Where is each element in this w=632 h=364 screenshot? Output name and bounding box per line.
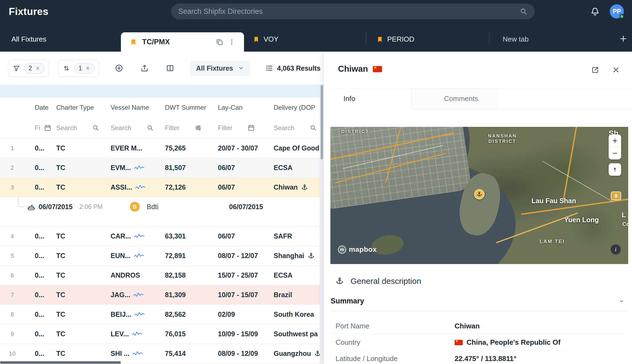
cell-charter-type: TC [53, 252, 107, 260]
add-tab-button[interactable]: + [620, 33, 627, 45]
sparkline-icon[interactable] [133, 351, 143, 356]
user-avatar[interactable]: PP [610, 4, 624, 18]
table-row[interactable]: 9 0... TC LEV... 76,015 10/09 - 15/09 So… [0, 324, 320, 344]
cell-delivery: Brazil [270, 291, 320, 299]
port-marker[interactable] [474, 189, 484, 199]
cell-charter-type: TC [53, 164, 107, 172]
cell-date: 0... [24, 183, 53, 191]
cell-charter-type: TC [53, 291, 107, 299]
global-search-input[interactable] [171, 4, 535, 19]
cell-lay-can: 15/07 - 25/07 [215, 271, 270, 279]
table-row[interactable]: 10 0... TC SHI ... 75,414 08/09 - 12/09 … [0, 344, 320, 363]
map-road [542, 161, 613, 202]
tab-tc-pmx[interactable]: TC/PMX [121, 32, 244, 52]
column-header-dwt-summer[interactable]: DWT Summer [162, 104, 215, 111]
search-input[interactable] [178, 7, 520, 16]
calendar-icon [44, 124, 51, 131]
tab-period[interactable]: PERIOD [376, 35, 414, 43]
sparkline-icon[interactable] [134, 233, 144, 239]
duplicate-tab-icon[interactable] [216, 38, 223, 46]
table-row[interactable]: 4 0... TC CAR... 63,301 06/07 SAFR [0, 227, 320, 246]
cell-charter-type: TC [53, 350, 107, 357]
tab-voy[interactable]: VOY [253, 35, 279, 43]
sparkline-icon[interactable] [132, 331, 142, 337]
filter-date[interactable]: Fi [24, 124, 53, 132]
columns-icon[interactable] [166, 64, 174, 73]
scope-dropdown[interactable]: All Fixtures [190, 61, 250, 76]
cell-lay-can: 06/07 [215, 164, 270, 172]
vertical-scrollbar[interactable] [320, 85, 324, 364]
table-row[interactable]: 8 0... TC BEIJ... 82,562 02/09 South Kor… [0, 305, 320, 324]
sparkline-icon[interactable] [134, 312, 145, 317]
add-fixture-icon[interactable] [115, 64, 123, 73]
close-icon[interactable] [612, 66, 620, 74]
calendar-icon [248, 124, 255, 131]
horizontal-scrollbar[interactable] [0, 361, 320, 364]
table-row-selected[interactable]: 3 0... TC ASSI... 72,126 06/07 Chiwan [0, 178, 320, 197]
scrollbar-thumb[interactable] [321, 85, 323, 159]
field-label: Country [331, 338, 455, 347]
column-header-vessel-name[interactable]: Vessel Name [107, 104, 162, 111]
filter-dwt[interactable]: Filter [162, 124, 215, 132]
tab-all-fixtures[interactable]: All Fixtures [11, 35, 46, 43]
clear-filter-icon[interactable] [35, 66, 40, 71]
cell-date: 0... [24, 291, 53, 299]
sparkline-icon[interactable] [133, 292, 143, 298]
map-label: Co [622, 221, 628, 227]
map-info-button[interactable]: i [611, 244, 621, 254]
column-header-lay-can[interactable]: Lay-Can [215, 104, 270, 111]
scrollbar-thumb[interactable] [0, 361, 121, 364]
filter-delivery[interactable]: Search [270, 124, 320, 132]
app-root: Fixtures PP All Fixtures TC/PMX VOY PERI… [0, 0, 632, 364]
cell-lay-can: 20/07 - 30/07 [215, 144, 270, 152]
zoom-out-button[interactable]: − [609, 147, 621, 159]
mapbox-logo-icon: m [338, 246, 346, 254]
port-detail-panel: Chiwan Info Comments [324, 52, 632, 364]
column-header-charter-type[interactable]: Charter Type [53, 104, 107, 111]
delivery-port: Shanghai [274, 252, 304, 260]
cell-vessel-name: EUN... [107, 252, 162, 260]
anchor-icon [335, 277, 344, 285]
country-name: China, People's Republic Of [467, 338, 561, 347]
filter-charter-type[interactable]: Search [53, 124, 107, 132]
sparkline-icon[interactable] [134, 165, 144, 171]
open-external-icon[interactable] [591, 66, 599, 74]
sort-arrows-icon[interactable] [63, 65, 70, 72]
clear-sort-icon[interactable] [85, 66, 90, 71]
sort-count: 1 [79, 65, 82, 72]
sort-count-chip[interactable]: 1 [74, 63, 94, 74]
tab-comments[interactable]: Comments [411, 89, 498, 109]
collapse-chevron-icon[interactable] [617, 299, 625, 304]
filter-lay-can[interactable]: Filter [215, 124, 270, 132]
search-icon [92, 124, 99, 131]
tab-menu-icon[interactable] [228, 39, 235, 46]
filter-funnel-icon[interactable] [13, 65, 20, 72]
row-number: 1 [0, 145, 24, 152]
notifications-bell-icon[interactable] [590, 7, 600, 16]
column-header-delivery[interactable]: Delivery (DOP [270, 104, 320, 111]
delivery-port: Guangzhou [274, 350, 311, 357]
new-tab-button[interactable]: New tab [503, 35, 528, 43]
table-row[interactable]: 1 0... TC EVER M... 75,265 20/07 - 30/07… [0, 139, 320, 158]
filter-count-chip[interactable]: 2 [24, 63, 44, 74]
mapbox-logo: m mapbox [338, 245, 377, 254]
filter-vessel-name[interactable]: Search [107, 124, 162, 132]
field-value: China, People's Republic Of [455, 338, 561, 347]
vessel-name: CAR... [111, 232, 131, 240]
zoom-in-button[interactable]: + [609, 134, 621, 147]
column-header-date[interactable]: Date [24, 104, 53, 111]
table-row[interactable]: 5 0... TC EUN... 72,891 08/07 - 12/07 Sh… [0, 246, 320, 266]
tab-info[interactable]: Info [324, 89, 411, 109]
table-row[interactable]: 2 0... TC EVM... 81,507 06/07 ECSA [0, 158, 320, 178]
export-icon[interactable] [140, 64, 149, 73]
row-detail: 06/07/2015 2:06 PM B Bdti 06/07/2015 [0, 197, 320, 216]
sparkline-icon[interactable] [134, 253, 144, 259]
port-map[interactable]: DISTRICT NANSHAN DISTRICT Sh FU DIS Lau … [330, 127, 628, 264]
sparkline-icon[interactable] [135, 184, 145, 190]
cell-date: 0... [24, 164, 53, 172]
map-compass-button[interactable]: ▲ ▼ [609, 163, 621, 176]
map-zoom-control: + − [609, 134, 621, 159]
cell-lay-can: 08/07 - 12/07 [215, 252, 270, 260]
table-row[interactable]: 6 0... TC ANDROS 82,158 15/07 - 25/07 EC… [0, 266, 320, 285]
table-row[interactable]: 7 0... TC JAG... 81,309 10/07 - 15/07 Br… [0, 285, 320, 305]
